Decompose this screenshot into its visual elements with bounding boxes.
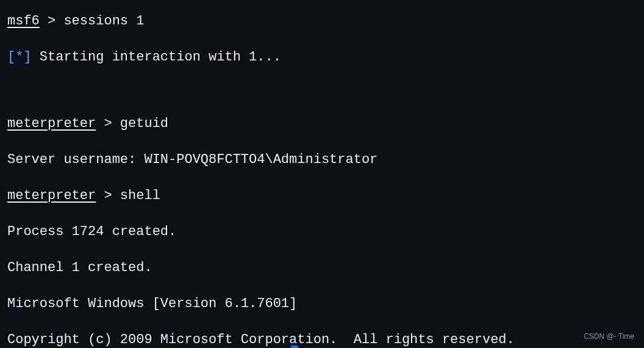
output-text: Copyright (c) 2009 Microsoft Corporation… xyxy=(7,332,515,347)
output-line: Copyright (c) 2009 Microsoft Corporation… xyxy=(7,330,637,348)
scrollbar-indicator[interactable] xyxy=(291,346,298,348)
msf6-prompt: msf6 xyxy=(7,13,40,29)
info-text: Starting interaction with 1... xyxy=(32,49,281,65)
terminal-output: msf6 > sessions 1 [*] Starting interacti… xyxy=(7,11,637,348)
prompt-line: meterpreter > getuid xyxy=(7,114,637,134)
command-text: getuid xyxy=(120,116,168,131)
prompt-separator: > xyxy=(96,188,120,203)
watermark-text: CSDN @- Time xyxy=(584,331,634,342)
output-line: Process 1724 created. xyxy=(7,222,637,242)
prompt-line: msf6 > sessions 1 xyxy=(7,11,637,31)
prompt-separator: > xyxy=(96,116,120,131)
meterpreter-prompt: meterpreter xyxy=(7,116,96,131)
output-text: Process 1724 created. xyxy=(7,224,176,239)
blank-line xyxy=(7,83,637,114)
prompt-line: meterpreter > shell xyxy=(7,186,637,206)
info-marker: [*] xyxy=(7,49,32,65)
output-line: Server username: WIN-POVQ8FCTTO4\Adminis… xyxy=(7,150,637,170)
command-text: shell xyxy=(120,188,160,203)
output-text: Microsoft Windows [Version 6.1.7601] xyxy=(7,296,297,311)
command-text: sessions 1 xyxy=(63,13,144,29)
info-line: [*] Starting interaction with 1... xyxy=(7,47,637,67)
output-line: Microsoft Windows [Version 6.1.7601] xyxy=(7,294,637,314)
output-text: Server username: WIN-POVQ8FCTTO4\Adminis… xyxy=(7,152,377,167)
output-line: Channel 1 created. xyxy=(7,258,637,278)
meterpreter-prompt: meterpreter xyxy=(7,188,96,203)
output-text: Channel 1 created. xyxy=(7,260,152,275)
prompt-separator: > xyxy=(40,13,64,29)
